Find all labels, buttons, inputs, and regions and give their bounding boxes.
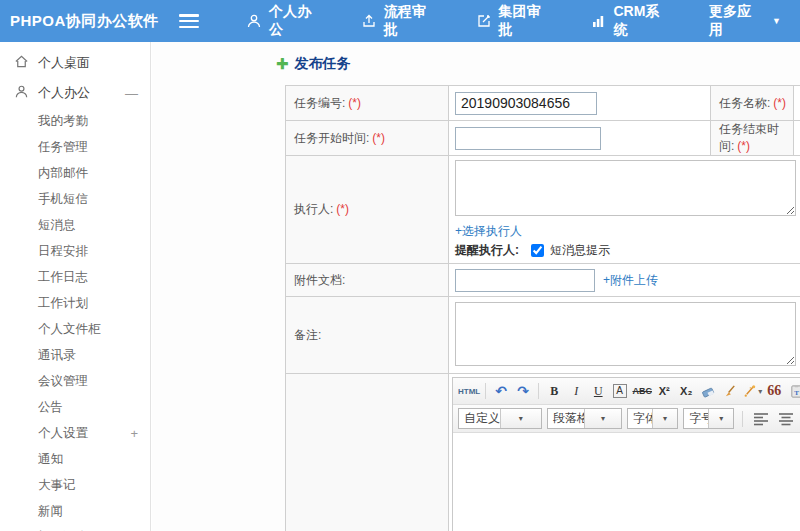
sidebar-item-internal-mail[interactable]: 内部邮件	[0, 160, 150, 186]
sidebar-item-personal-settings[interactable]: 个人设置 +	[0, 420, 150, 446]
attachment-upload-link[interactable]: +附件上传	[603, 272, 658, 289]
caret-down-icon: ▾	[652, 409, 677, 428]
custom-title-dropdown[interactable]: 自定义标题▾	[458, 408, 542, 429]
italic-button[interactable]: I	[566, 381, 586, 401]
caret-down-icon: ▼	[772, 16, 781, 26]
attachment-input[interactable]	[455, 269, 595, 292]
blockquote-button[interactable]: 66	[764, 381, 784, 401]
superscript-button[interactable]: X²	[654, 381, 674, 401]
sidebar-item-memorabilia[interactable]: 大事记	[0, 472, 150, 498]
strikethrough-button[interactable]: ABC	[632, 381, 652, 401]
nav-flow-approval[interactable]: 流程审批	[342, 0, 457, 42]
font-border-button[interactable]: A	[613, 384, 627, 398]
format-brush-icon[interactable]	[720, 381, 740, 401]
person-icon	[14, 84, 38, 102]
font-family-dropdown[interactable]: 字体▾	[627, 408, 678, 429]
align-left-icon[interactable]	[751, 409, 771, 429]
start-time-input[interactable]	[455, 127, 601, 150]
sidebar-item-news[interactable]: 新闻	[0, 498, 150, 524]
sidebar-item-vote[interactable]: 投票调查	[0, 524, 150, 531]
rich-text-editor: HTML ↶ ↷ B I U A ABC X² X₂	[452, 377, 800, 531]
paragraph-format-dropdown[interactable]: 段落格式▾	[547, 408, 622, 429]
task-number-label: 任务编号:(*)	[286, 86, 449, 121]
sidebar-item-personal-office[interactable]: 个人办公 —	[0, 78, 150, 108]
description-label: 任务描述:(*)	[286, 374, 449, 531]
start-time-label: 任务开始时间:(*)	[286, 121, 449, 156]
subscript-button[interactable]: X₂	[676, 381, 696, 401]
nav-more-apps[interactable]: 更多应用 ▼	[690, 0, 800, 42]
executor-textarea[interactable]	[455, 160, 796, 216]
collapse-minus-icon[interactable]: —	[125, 86, 138, 101]
bold-button[interactable]: B	[544, 381, 564, 401]
html-source-button[interactable]: HTML	[458, 381, 480, 401]
page-title: ✚ 发布任务	[276, 42, 800, 85]
publish-task-form: 任务编号:(*) 任务名称:(*) 任务开始时间:(*) 任务结束时间:(*)	[285, 85, 800, 531]
caret-down-icon: ▾	[708, 409, 733, 428]
task-number-input[interactable]	[455, 92, 597, 115]
eraser-icon[interactable]	[698, 381, 718, 401]
sidebar-item-attendance[interactable]: 我的考勤	[0, 108, 150, 134]
home-icon	[14, 54, 38, 72]
app-logo: PHPOA协同办公软件	[0, 12, 173, 31]
redo-icon[interactable]: ↷	[513, 381, 533, 401]
editor-toolbar-row1: HTML ↶ ↷ B I U A ABC X² X₂	[453, 378, 800, 405]
sidebar-item-announcement[interactable]: 公告	[0, 394, 150, 420]
sidebar: 个人桌面 个人办公 — 我的考勤 任务管理 内部邮件 手机短信 短消息 日程安排…	[0, 42, 151, 531]
svg-text:T: T	[794, 388, 799, 396]
hamburger-menu-icon[interactable]	[179, 14, 198, 28]
task-name-label: 任务名称:(*)	[711, 86, 794, 121]
sms-remind-label: 短消息提示	[550, 242, 610, 259]
sidebar-item-sms[interactable]: 手机短信	[0, 186, 150, 212]
font-size-dropdown[interactable]: 字号▾	[683, 408, 734, 429]
editor-toolbar-row2: 自定义标题▾ 段落格式▾ 字体▾ 字号▾	[453, 405, 800, 433]
main-content: ✚ 发布任务 任务编号:(*) 任务名称:(*) 任务开始时间:(*)	[152, 42, 800, 531]
sidebar-item-contacts[interactable]: 通讯录	[0, 342, 150, 368]
sidebar-item-task-management[interactable]: 任务管理	[0, 134, 150, 160]
sidebar-item-schedule[interactable]: 日程安排	[0, 238, 150, 264]
sms-remind-checkbox[interactable]	[531, 244, 544, 257]
sidebar-item-meeting[interactable]: 会议管理	[0, 368, 150, 394]
choose-executor-link[interactable]: +选择执行人	[455, 224, 522, 238]
flow-approve-icon	[361, 13, 377, 29]
underline-button[interactable]: U	[588, 381, 608, 401]
remark-textarea[interactable]	[455, 302, 796, 366]
bar-chart-icon	[590, 13, 606, 29]
remind-executor-label: 提醒执行人:	[455, 242, 519, 259]
caret-down-icon: ▾	[500, 409, 542, 428]
auto-typeset-icon[interactable]: ▾	[742, 381, 762, 401]
nav-personal-office[interactable]: 个人办公	[227, 0, 342, 42]
sidebar-item-file-cabinet[interactable]: 个人文件柜	[0, 316, 150, 342]
edit-approve-icon	[476, 13, 492, 29]
add-plus-icon: ✚	[276, 55, 289, 73]
end-time-label: 任务结束时间:(*)	[711, 121, 794, 156]
nav-crm-system[interactable]: CRM系统	[571, 0, 690, 42]
person-icon	[246, 13, 262, 29]
sidebar-item-work-plan[interactable]: 工作计划	[0, 290, 150, 316]
caret-down-icon: ▾	[758, 387, 762, 396]
attachment-label: 附件文档:	[286, 264, 449, 297]
editor-content-area[interactable]	[453, 433, 800, 531]
remark-label: 备注:	[286, 297, 449, 374]
paste-from-word-icon[interactable]: T	[786, 381, 800, 401]
sidebar-item-desktop[interactable]: 个人桌面	[0, 48, 150, 78]
sidebar-item-notice[interactable]: 通知	[0, 446, 150, 472]
caret-down-icon: ▾	[584, 409, 621, 428]
top-header: PHPOA协同办公软件 个人办公 流程审批 集团审批 CRM系统 更多应用 ▼	[0, 0, 800, 42]
expand-plus-icon[interactable]: +	[130, 426, 138, 441]
nav-group-approval[interactable]: 集团审批	[457, 0, 572, 42]
executor-label: 执行人:(*)	[286, 156, 449, 264]
align-center-icon[interactable]	[776, 409, 796, 429]
sidebar-item-work-log[interactable]: 工作日志	[0, 264, 150, 290]
undo-icon[interactable]: ↶	[491, 381, 511, 401]
sidebar-item-short-message[interactable]: 短消息	[0, 212, 150, 238]
